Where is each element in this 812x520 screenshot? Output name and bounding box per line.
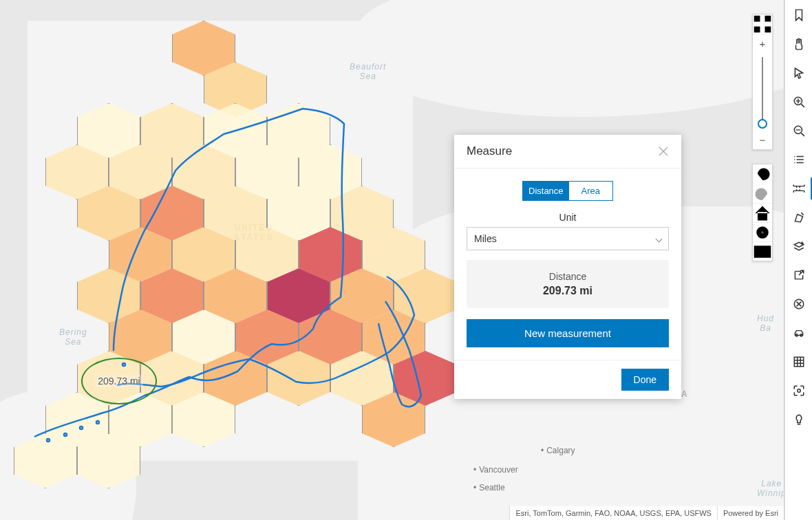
tip-icon[interactable] [791, 411, 807, 428]
done-button[interactable]: Done [621, 369, 669, 391]
svg-point-17 [797, 389, 800, 393]
svg-rect-5 [754, 16, 760, 22]
redo-button[interactable] [753, 184, 772, 203]
measure-icon[interactable] [791, 180, 807, 197]
measure-result-label: Distance [478, 271, 658, 282]
zoom-slider-handle[interactable] [758, 119, 767, 129]
zoom-slider[interactable] [762, 57, 763, 126]
sea-label-beaufort: Beaufort Sea [350, 62, 386, 82]
country-label-fragment: A [681, 389, 689, 399]
chevron-down-icon [656, 235, 663, 242]
undo-button[interactable] [753, 164, 772, 184]
attribution-powered[interactable]: Powered by Esri [717, 506, 784, 520]
measure-panel: Measure Distance Area Unit Miles Distanc… [454, 135, 681, 399]
measure-mode-area[interactable]: Area [569, 182, 612, 200]
city-label-vancouver: Vancouver [473, 465, 518, 475]
select-icon[interactable] [791, 382, 807, 399]
zoom-in-icon[interactable] [791, 94, 807, 110]
unit-select-value: Miles [474, 233, 497, 244]
edit-polygon-icon[interactable] [791, 209, 807, 226]
svg-point-10 [761, 231, 764, 234]
right-toolbar [784, 0, 812, 520]
home-extent-button[interactable] [753, 203, 772, 222]
grid-icon[interactable] [791, 354, 807, 370]
measure-result: Distance 209.73 mi [467, 260, 669, 308]
zoom-in-button[interactable]: + [753, 34, 772, 53]
sea-label-bering: Bering Sea [59, 327, 87, 347]
svg-rect-6 [765, 16, 771, 22]
pan-hand-icon[interactable] [791, 36, 807, 52]
measure-panel-title: Measure [467, 144, 512, 158]
svg-rect-7 [754, 27, 760, 33]
measure-mode-segment: Distance Area [522, 181, 613, 201]
nav-control-group [752, 164, 773, 261]
close-icon[interactable] [658, 146, 669, 157]
attribution-sources: Esri, TomTom, Garmin, FAO, NOAA, USGS, E… [509, 506, 716, 520]
new-measurement-button[interactable]: New measurement [467, 319, 669, 347]
locate-button[interactable] [753, 222, 772, 241]
map-canvas[interactable]: Beaufort Sea Bering Sea Hud Ba Lake Winn… [0, 0, 784, 520]
share-icon[interactable] [791, 267, 807, 283]
lake-label-winnipeg: Lake Winnip [757, 479, 784, 499]
unit-select[interactable]: Miles [467, 227, 669, 250]
basemap-car-icon[interactable] [791, 325, 807, 341]
svg-rect-8 [765, 27, 771, 33]
fullscreen-button[interactable] [753, 241, 772, 261]
list-icon[interactable] [791, 151, 807, 168]
zoom-out-button[interactable]: − [753, 130, 772, 149]
measure-result-value: 209.73 mi [478, 285, 658, 297]
zoom-out-icon[interactable] [791, 122, 807, 139]
bay-label-hudson: Hud Ba [757, 314, 774, 334]
attribution-bar: Esri, TomTom, Garmin, FAO, NOAA, USGS, E… [509, 506, 784, 520]
city-label-seattle: Seattle [473, 483, 505, 492]
zoom-control: + − [752, 14, 773, 150]
clear-icon[interactable] [791, 296, 807, 312]
cursor-icon[interactable] [791, 65, 807, 81]
unit-label: Unit [467, 212, 669, 223]
bookmark-icon[interactable] [791, 7, 807, 23]
city-label-calgary: Calgary [541, 446, 575, 455]
add-layer-icon[interactable] [791, 238, 807, 254]
basemap-gallery-icon[interactable] [753, 14, 772, 34]
svg-rect-11 [754, 246, 771, 258]
measure-mode-distance[interactable]: Distance [523, 182, 569, 200]
